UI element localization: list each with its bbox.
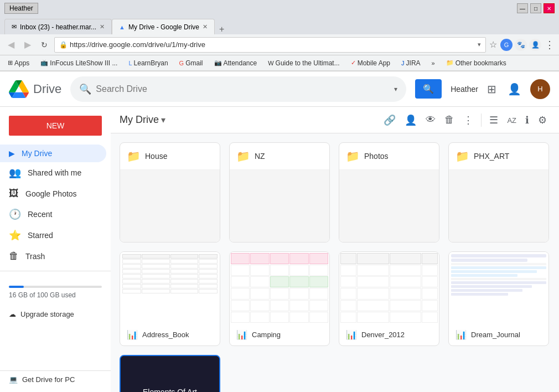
gmail-tab-title: Inbox (23) - heather.mar... bbox=[20, 23, 96, 31]
drive-tab[interactable]: ▲ My Drive - Google Drive ✕ bbox=[112, 19, 215, 34]
settings-button[interactable]: ⚙ bbox=[535, 111, 550, 130]
maximize-button[interactable]: □ bbox=[530, 3, 541, 13]
user-ext-icon[interactable]: 👤 bbox=[529, 39, 541, 51]
sidebar-item-trash[interactable]: 🗑 Trash bbox=[0, 246, 106, 266]
file-dream-journal-name: Dream_Journal bbox=[471, 331, 520, 339]
apps-grid-button[interactable]: ⊞ bbox=[485, 80, 499, 98]
minimize-button[interactable]: — bbox=[517, 3, 528, 13]
folder-photos[interactable]: 📁 Photos bbox=[339, 142, 439, 243]
search-bar[interactable]: 🔍 ▾ bbox=[70, 76, 406, 102]
share-button[interactable]: 👤 bbox=[401, 111, 420, 130]
breadcrumb-my-drive: My Drive bbox=[120, 114, 159, 126]
spreadsheet-denver-icon: 📊 bbox=[346, 329, 357, 340]
file-dream-journal[interactable]: 📊 Dream_Journal bbox=[448, 251, 549, 346]
folder-nz-thumb bbox=[230, 170, 329, 242]
toolbar-divider bbox=[481, 114, 482, 127]
drive-tab-title: My Drive - Google Drive bbox=[128, 23, 199, 31]
get-drive-pc-button[interactable]: 💻 Get Drive for PC bbox=[0, 370, 111, 388]
breadcrumb: My Drive ▾ bbox=[120, 114, 165, 126]
folder-photos-icon: 📁 bbox=[346, 149, 360, 163]
folder-nz[interactable]: 📁 NZ bbox=[229, 142, 330, 243]
file-camping[interactable]: 📊 Camping bbox=[229, 251, 330, 346]
list-view-button[interactable]: ☰ bbox=[486, 111, 501, 130]
bookmark-guide[interactable]: W Guide to the Ultimat... bbox=[265, 58, 343, 68]
trash-icon: 🗑 bbox=[9, 250, 19, 262]
ssl-icon: 🔒 bbox=[59, 41, 68, 49]
spreadsheet-camping-icon: 📊 bbox=[236, 329, 247, 340]
chrome-ext-icon[interactable]: 🐾 bbox=[515, 39, 527, 51]
user-avatar[interactable]: H bbox=[530, 79, 550, 99]
gmail-tab[interactable]: ✉ Inbox (23) - heather.mar... ✕ bbox=[4, 19, 112, 34]
other-bm-icon: 📁 bbox=[446, 59, 454, 66]
sidebar-item-my-drive[interactable]: ▶ My Drive bbox=[0, 145, 106, 162]
preview-button[interactable]: 👁 bbox=[422, 111, 439, 129]
delete-button[interactable]: 🗑 bbox=[441, 111, 458, 129]
folder-nz-icon: 📁 bbox=[236, 149, 250, 163]
file-denver-2012[interactable]: 📊 Denver_2012 bbox=[339, 251, 439, 346]
more-bm-icon: » bbox=[432, 60, 435, 66]
more-actions-button[interactable]: ⋮ bbox=[460, 111, 477, 130]
bookmark-more[interactable]: » bbox=[428, 59, 438, 68]
sidebar-item-recent-label: Recent bbox=[28, 210, 52, 219]
reload-button[interactable]: ↻ bbox=[38, 39, 51, 50]
starred-icon: ⭐ bbox=[9, 229, 21, 241]
drive-wordmark: Drive bbox=[33, 82, 61, 96]
folder-house-thumb bbox=[120, 170, 220, 242]
new-tab-button[interactable]: + bbox=[215, 24, 229, 34]
chrome-menu-button[interactable]: ⋮ bbox=[545, 39, 555, 51]
folder-photos-thumb bbox=[339, 170, 439, 242]
header-right: Heather ⊞ 👤 H bbox=[451, 79, 550, 99]
storage-fill bbox=[9, 286, 24, 288]
search-dropdown-icon[interactable]: ▾ bbox=[394, 85, 397, 93]
file-elements-of-art[interactable]: Elements Of Art P Elements_of_Art.p... bbox=[120, 355, 220, 392]
tab-bar: ✉ Inbox (23) - heather.mar... ✕ ▲ My Dri… bbox=[0, 17, 559, 34]
folder-phx-art[interactable]: 📁 PHX_ART bbox=[448, 142, 549, 243]
bookmark-star-button[interactable]: ☆ bbox=[489, 39, 497, 50]
breadcrumb-dropdown-icon[interactable]: ▾ bbox=[161, 115, 165, 125]
bookmarks-bar: ⊞ Apps 📺 InFocus LiteShow III ... L Lear… bbox=[0, 55, 559, 71]
url-bar[interactable]: 🔒 https://drive.google.com/drive/u/1/my-… bbox=[54, 37, 486, 53]
bookmark-apps[interactable]: ⊞ Apps bbox=[4, 58, 33, 68]
drive-toolbar: My Drive ▾ 🔗 👤 👁 🗑 bbox=[111, 107, 559, 133]
drive-logo: Drive bbox=[9, 79, 61, 99]
toolbar-actions: 🔗 👤 👁 🗑 ⋮ ☰ bbox=[380, 111, 550, 130]
folder-house-header: 📁 House bbox=[120, 143, 220, 170]
new-button[interactable]: NEW bbox=[9, 116, 102, 136]
info-button[interactable]: ℹ bbox=[522, 111, 532, 130]
sidebar-item-recent[interactable]: 🕐 Recent bbox=[0, 204, 106, 225]
file-camping-name: Camping bbox=[252, 331, 281, 339]
bookmark-attendance[interactable]: 📷 Attendance bbox=[211, 58, 261, 68]
search-button[interactable]: 🔍 bbox=[415, 79, 442, 99]
bookmark-learnbryan[interactable]: L LearnBryan bbox=[125, 58, 171, 68]
computer-icon: 💻 bbox=[9, 375, 18, 384]
folder-house[interactable]: 📁 House bbox=[120, 142, 220, 243]
browser-chrome: Heather — □ ✕ ✉ Inbox (23) - heather.mar… bbox=[0, 0, 559, 71]
close-button[interactable]: ✕ bbox=[544, 3, 555, 13]
bookmark-other[interactable]: 📁 Other bookmarks bbox=[443, 58, 510, 68]
forward-button[interactable]: ▶ bbox=[21, 38, 34, 51]
bookmark-mobile[interactable]: ✓ Mobile App bbox=[348, 58, 394, 68]
sidebar-item-starred[interactable]: ⭐ Starred bbox=[0, 225, 106, 246]
upgrade-storage-button[interactable]: ☁ Upgrade storage bbox=[0, 306, 111, 323]
google-ext-icon[interactable]: G bbox=[500, 39, 513, 51]
sidebar-item-starred-label: Starred bbox=[28, 231, 53, 240]
get-link-button[interactable]: 🔗 bbox=[380, 111, 399, 130]
delete-icon: 🗑 bbox=[444, 114, 454, 125]
drive-tab-close[interactable]: ✕ bbox=[203, 23, 208, 30]
address-bar: ◀ ▶ ↻ 🔒 https://drive.google.com/drive/u… bbox=[0, 34, 559, 55]
back-button[interactable]: ◀ bbox=[4, 38, 18, 51]
gmail-tab-close[interactable]: ✕ bbox=[100, 23, 105, 30]
file-address-book[interactable]: 📊 Address_Book bbox=[120, 251, 220, 346]
sidebar-item-shared[interactable]: 👥 Shared with me bbox=[0, 162, 106, 183]
search-input[interactable] bbox=[96, 84, 390, 94]
bookmark-gmail[interactable]: G Gmail bbox=[176, 58, 206, 68]
bookmark-infocus-label: InFocus LiteShow III ... bbox=[50, 59, 117, 67]
sort-button[interactable]: AZ bbox=[504, 111, 520, 129]
bookmark-infocus[interactable]: 📺 InFocus LiteShow III ... bbox=[37, 58, 121, 68]
account-button[interactable]: 👤 bbox=[505, 80, 524, 98]
app-header: Drive 🔍 ▾ 🔍 Heather ⊞ 👤 H bbox=[0, 71, 559, 107]
bookmark-jira[interactable]: J JIRA bbox=[398, 58, 424, 68]
upgrade-icon: ☁ bbox=[9, 310, 16, 318]
sidebar-item-photos[interactable]: 🖼 Google Photos bbox=[0, 183, 106, 204]
infocus-bm-icon: 📺 bbox=[40, 59, 48, 66]
